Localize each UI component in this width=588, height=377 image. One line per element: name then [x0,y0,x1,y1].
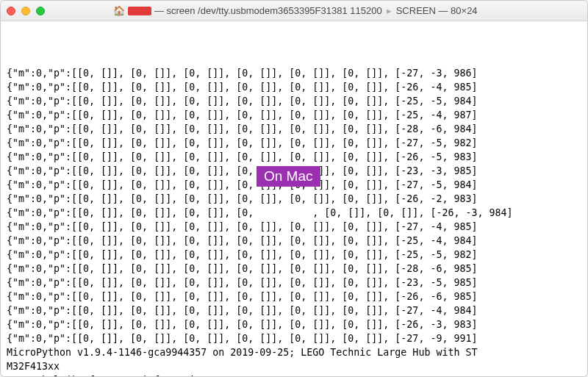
terminal-line: {"m":0,"p":[[0, []], [0, []], [0, []], [… [7,192,581,206]
terminal-line: {"m":0,"p":[[0, []], [0, []], [0, []], [… [7,304,581,317]
terminal-line: {"m":0,"p":[[0, []], [0, []], [0, []], [… [7,94,581,108]
title-right: SCREEN — 80×24 [396,5,478,16]
home-icon: 🏠 [113,5,125,16]
redacted-user: xxxxx [128,7,151,15]
terminal-line: {"m":0,"p":[[0, []], [0, []], [0, []], [… [7,276,581,290]
terminal-line: MicroPython v1.9.4-1146-gca9944357 on 20… [7,345,581,359]
annotation-label: On Mac [257,166,320,187]
window-title: 🏠 xxxxx — screen /dev/tty.usbmodem365339… [7,5,581,16]
terminal-output[interactable]: {"m":0,"p":[[0, []], [0, []], [0, []], [… [1,21,587,376]
terminal-line: {"m":0,"p":[[0, []], [0, []], [0, []], [… [7,234,581,248]
terminal-line: {"m":0,"p":[[0, []], [0, []], [0, []], [… [7,331,581,345]
title-left: — screen /dev/tty.usbmodem3653395F31381 … [154,5,382,16]
terminal-line: {"m":0,"p":[[0, []], [0, []], [0, []], [… [7,150,581,164]
terminal-line: {"m":0,"p":[[0, []], [0, []], [0, []], [… [7,80,581,94]
terminal-line: {"m":0,"p":[[0, []], [0, []], [0, []], [… [7,122,581,136]
title-separator-icon: ▸ [387,5,392,16]
terminal-line: {"m":0,"p":[[0, []], [0, []], [0, []], [… [7,66,581,80]
terminal-line: {"m":0,"p":[[0, []], [0, []], [0, []], [… [7,206,581,220]
terminal-line: M32F413xx [7,359,581,373]
terminal-line: {"m":0,"p":[[0, []], [0, []], [0, []], [… [7,220,581,234]
terminal-line: {"m":0,"p":[[0, []], [0, []], [0, []], [… [7,248,581,262]
titlebar: 🏠 xxxxx — screen /dev/tty.usbmodem365339… [1,1,587,21]
terminal-window: 🏠 xxxxx — screen /dev/tty.usbmodem365339… [0,0,588,377]
terminal-line: {"m":0,"p":[[0, []], [0, []], [0, []], [… [7,317,581,331]
terminal-line: {"m":0,"p":[[0, []], [0, []], [0, []], [… [7,108,581,122]
terminal-line: {"m":0,"p":[[0, []], [0, []], [0, []], [… [7,262,581,276]
terminal-line: Type "help()" for more information. [7,373,581,376]
terminal-line: {"m":0,"p":[[0, []], [0, []], [0, []], [… [7,136,581,150]
terminal-line: {"m":0,"p":[[0, []], [0, []], [0, []], [… [7,290,581,304]
